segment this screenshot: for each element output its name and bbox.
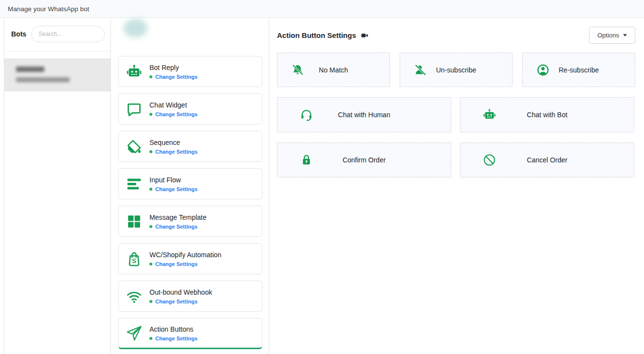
feature-card-action-buttons[interactable]: Action Buttons Change Settings bbox=[118, 318, 262, 349]
card-text: Action Buttons Change Settings bbox=[149, 325, 198, 341]
feature-title: Out-bound Webhook bbox=[149, 288, 212, 296]
feature-list: Bot Reply Change Settings Chat Widget Ch… bbox=[111, 18, 269, 354]
ink-drip-icon bbox=[125, 137, 143, 156]
robot-icon bbox=[125, 62, 143, 81]
action-chat-with-human[interactable]: Chat with Human bbox=[277, 97, 451, 132]
status-dot bbox=[149, 225, 152, 228]
card-text: Out-bound Webhook Change Settings bbox=[149, 288, 212, 304]
feature-card-input-flow[interactable]: Input Flow Change Settings bbox=[118, 168, 262, 199]
feature-title: Input Flow bbox=[149, 176, 198, 184]
status-dot bbox=[149, 75, 152, 78]
feature-title: WC/Shopify Automation bbox=[149, 251, 221, 259]
feature-card-message-template[interactable]: Message Template Change Settings bbox=[118, 206, 262, 237]
bot-list-item-selected[interactable] bbox=[4, 58, 110, 91]
caret-down-icon bbox=[623, 34, 627, 36]
card-text: Chat Widget Change Settings bbox=[149, 101, 198, 117]
feature-card-sequence[interactable]: Sequence Change Settings bbox=[118, 131, 262, 162]
feature-card-outbound-webhook[interactable]: Out-bound Webhook Change Settings bbox=[118, 281, 262, 312]
card-text: Sequence Change Settings bbox=[149, 139, 198, 155]
feature-card-bot-reply[interactable]: Bot Reply Change Settings bbox=[118, 56, 262, 87]
blurred-avatar bbox=[124, 19, 147, 37]
card-text: WC/Shopify Automation Change Settings bbox=[149, 251, 221, 267]
action-button-settings-panel: Action Button Settings Options No Match bbox=[269, 18, 644, 354]
change-settings-link[interactable]: Change Settings bbox=[149, 224, 206, 230]
card-text: Input Flow Change Settings bbox=[149, 176, 198, 192]
panel-title: Action Button Settings bbox=[277, 31, 356, 39]
shopify-bag-icon: S bbox=[125, 249, 143, 268]
action-row-1: No Match Un-subscribe Re-subscribe bbox=[277, 53, 635, 87]
grid-icon bbox=[125, 212, 143, 230]
status-dot bbox=[149, 337, 152, 340]
action-confirm-order[interactable]: Confirm Order bbox=[277, 142, 451, 177]
chat-bubble-icon bbox=[125, 100, 143, 118]
main-layout: Bots Bot Reply Change Settings bbox=[0, 18, 644, 354]
bot-search-input[interactable] bbox=[31, 26, 105, 42]
change-settings-link[interactable]: Change Settings bbox=[149, 149, 198, 155]
status-dot bbox=[149, 300, 152, 303]
change-settings-link[interactable]: Change Settings bbox=[149, 261, 221, 267]
video-camera-icon[interactable] bbox=[361, 32, 368, 39]
change-settings-link[interactable]: Change Settings bbox=[149, 186, 198, 192]
top-header: Manage your WhatsApp bot bbox=[0, 0, 644, 18]
redacted-bot-number bbox=[16, 77, 70, 82]
feature-title: Action Buttons bbox=[149, 325, 198, 333]
action-row-3: Confirm Order Cancel Order bbox=[277, 142, 635, 177]
card-text: Message Template Change Settings bbox=[149, 213, 206, 230]
feature-title: Sequence bbox=[149, 139, 198, 146]
bots-sidebar: Bots bbox=[4, 18, 111, 354]
feature-title: Bot Reply bbox=[149, 64, 198, 71]
action-no-match[interactable]: No Match bbox=[277, 53, 390, 87]
status-dot bbox=[149, 113, 152, 116]
action-un-subscribe[interactable]: Un-subscribe bbox=[400, 53, 513, 87]
status-dot bbox=[149, 150, 152, 153]
panel-header: Action Button Settings Options bbox=[277, 27, 635, 44]
status-dot bbox=[149, 188, 152, 191]
page-title: Manage your WhatsApp bot bbox=[8, 5, 89, 13]
action-re-subscribe[interactable]: Re-subscribe bbox=[522, 53, 635, 87]
feature-card-shopify-automation[interactable]: S WC/Shopify Automation Change Settings bbox=[118, 243, 262, 274]
change-settings-link[interactable]: Change Settings bbox=[149, 336, 198, 341]
feature-title: Chat Widget bbox=[149, 101, 198, 109]
action-row-2: Chat with Human Chat with Bot bbox=[277, 97, 635, 132]
action-chat-with-bot[interactable]: Chat with Bot bbox=[460, 97, 634, 132]
feature-title: Message Template bbox=[149, 213, 206, 221]
options-button[interactable]: Options bbox=[589, 27, 635, 44]
redacted-bot-name bbox=[16, 67, 44, 72]
sidebar-header: Bots bbox=[4, 18, 110, 52]
paper-plane-icon bbox=[125, 324, 143, 342]
change-settings-link[interactable]: Change Settings bbox=[149, 111, 198, 117]
change-settings-link[interactable]: Change Settings bbox=[149, 74, 198, 80]
change-settings-link[interactable]: Change Settings bbox=[149, 299, 212, 304]
feature-card-chat-widget[interactable]: Chat Widget Change Settings bbox=[118, 93, 262, 124]
card-text: Bot Reply Change Settings bbox=[149, 64, 198, 80]
list-bars-icon bbox=[125, 175, 143, 193]
status-dot bbox=[149, 263, 152, 266]
svg-text:S: S bbox=[132, 257, 136, 265]
wifi-icon bbox=[125, 287, 143, 305]
sidebar-title: Bots bbox=[11, 30, 26, 38]
action-cancel-order[interactable]: Cancel Order bbox=[460, 142, 634, 177]
